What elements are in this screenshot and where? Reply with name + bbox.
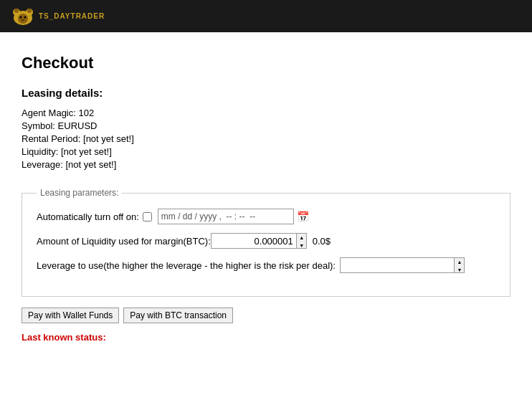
rental-period-label: Rental Period:	[22, 133, 80, 144]
datetime-input[interactable]	[158, 209, 294, 224]
liquidity-margin-label: Amount of Liquidity used for margin(BTC)…	[37, 236, 211, 247]
fieldset-legend: Leasing parameters:	[37, 188, 122, 198]
svg-point-7	[24, 16, 27, 18]
liquidity-margin-row: Amount of Liquidity used for margin(BTC)…	[37, 233, 495, 249]
auto-turnoff-label: Automatically turn off on:	[37, 211, 139, 222]
last-known-status: Last known status:	[22, 332, 510, 343]
liquidity-margin-input[interactable]	[211, 233, 297, 249]
agent-magic-val: 102	[79, 108, 95, 118]
leverage-use-label: Leverage to use(the higher the leverage …	[37, 260, 336, 271]
svg-point-8	[22, 19, 24, 20]
symbol-row: Symbol: EURUSD	[22, 120, 510, 131]
btc-value-display: 0.0$	[313, 236, 331, 247]
liquidity-spin-up[interactable]: ▲	[297, 234, 307, 242]
leasing-details-section: Leasing details: Agent Magic: 102 Symbol…	[22, 87, 510, 170]
leverage-val: [not yet set!]	[65, 159, 116, 170]
leasing-parameters-fieldset: Leasing parameters: Automatically turn o…	[22, 188, 510, 297]
leverage-spin-down[interactable]: ▼	[455, 266, 465, 273]
leverage-row: Leverage: [not yet set!]	[22, 159, 510, 170]
liquidity-spin-down[interactable]: ▼	[297, 242, 307, 249]
leverage-input[interactable]	[340, 257, 455, 273]
leverage-spin-up[interactable]: ▲	[455, 258, 465, 266]
leverage-label: Leverage:	[22, 159, 63, 170]
leasing-section-title: Leasing details:	[22, 87, 510, 99]
liquidity-label: Liquidity:	[22, 146, 58, 157]
rental-period-val: [not yet set!]	[83, 133, 134, 144]
logo-container: TS_DAYTRADER	[9, 5, 105, 28]
agent-magic-label: Agent Magic:	[22, 108, 76, 118]
logo-text: TS_DAYTRADER	[39, 12, 105, 21]
main-content: Checkout Leasing details: Agent Magic: 1…	[0, 32, 532, 357]
auto-turnoff-checkbox[interactable]	[143, 212, 152, 221]
calendar-icon: 📅	[297, 211, 309, 222]
svg-point-4	[27, 9, 32, 13]
svg-point-6	[20, 16, 22, 18]
leverage-spinner: ▲ ▼	[455, 257, 465, 273]
leverage-use-row: Leverage to use(the higher the leverage …	[37, 257, 495, 273]
liquidity-row: Liquidity: [not yet set!]	[22, 146, 510, 157]
page-title: Checkout	[22, 54, 510, 72]
pay-wallet-button[interactable]: Pay with Wallet Funds	[22, 308, 119, 323]
logo-icon	[9, 5, 37, 28]
auto-turnoff-row: Automatically turn off on: 📅	[37, 209, 495, 224]
header: TS_DAYTRADER	[0, 0, 532, 32]
payment-button-row: Pay with Wallet Funds Pay with BTC trans…	[22, 308, 510, 323]
agent-magic-row: Agent Magic: 102	[22, 108, 510, 118]
rental-period-row: Rental Period: [not yet set!]	[22, 133, 510, 144]
liquidity-val: [not yet set!]	[61, 146, 112, 157]
svg-point-3	[14, 9, 19, 13]
liquidity-spinner: ▲ ▼	[297, 233, 307, 249]
pay-btc-button[interactable]: Pay with BTC transaction	[123, 308, 233, 323]
svg-point-5	[18, 14, 28, 24]
symbol-label: Symbol:	[22, 120, 55, 131]
symbol-val: EURUSD	[58, 120, 98, 131]
